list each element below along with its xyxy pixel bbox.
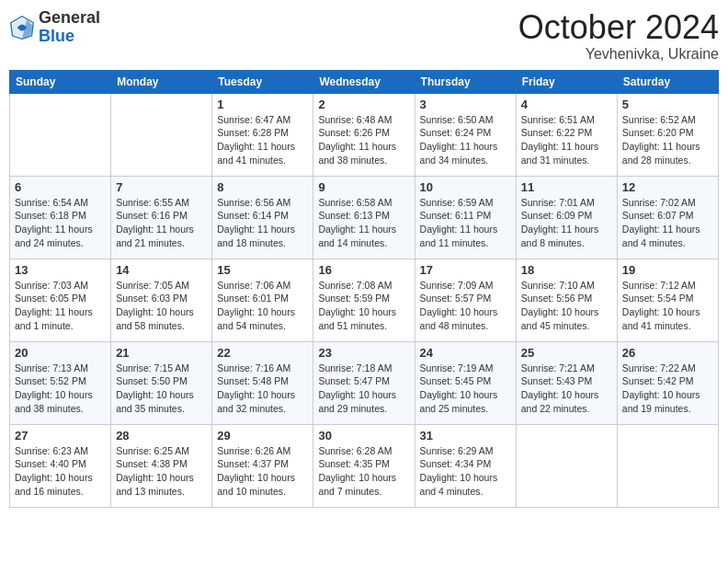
- calendar-week-5: 27Sunrise: 6:23 AM Sunset: 4:40 PM Dayli…: [10, 424, 719, 507]
- day-info: Sunrise: 7:12 AM Sunset: 5:54 PM Dayligh…: [622, 279, 713, 333]
- day-info: Sunrise: 6:50 AM Sunset: 6:24 PM Dayligh…: [420, 113, 511, 167]
- page-header: General Blue October 2024 Yevhenivka, Uk…: [9, 9, 719, 63]
- day-number: 16: [318, 263, 409, 277]
- day-info: Sunrise: 6:28 AM Sunset: 4:35 PM Dayligh…: [318, 444, 409, 499]
- calendar-cell: 5Sunrise: 6:52 AM Sunset: 6:20 PM Daylig…: [617, 93, 718, 176]
- day-number: 10: [420, 180, 511, 194]
- day-number: 6: [15, 180, 106, 194]
- calendar-cell: 14Sunrise: 7:05 AM Sunset: 6:03 PM Dayli…: [111, 259, 212, 341]
- calendar-cell: 26Sunrise: 7:22 AM Sunset: 5:42 PM Dayli…: [617, 341, 718, 424]
- calendar-cell: 28Sunrise: 6:25 AM Sunset: 4:38 PM Dayli…: [111, 424, 212, 507]
- weekday-header-monday: Monday: [111, 70, 212, 93]
- calendar-week-4: 20Sunrise: 7:13 AM Sunset: 5:52 PM Dayli…: [10, 341, 719, 424]
- day-info: Sunrise: 7:18 AM Sunset: 5:47 PM Dayligh…: [318, 362, 409, 416]
- calendar-cell: 20Sunrise: 7:13 AM Sunset: 5:52 PM Dayli…: [10, 341, 111, 424]
- calendar-cell: 25Sunrise: 7:21 AM Sunset: 5:43 PM Dayli…: [516, 341, 617, 424]
- day-number: 31: [420, 429, 511, 442]
- calendar-cell: 7Sunrise: 6:55 AM Sunset: 6:16 PM Daylig…: [111, 176, 212, 259]
- day-info: Sunrise: 7:21 AM Sunset: 5:43 PM Dayligh…: [521, 362, 612, 416]
- day-info: Sunrise: 7:15 AM Sunset: 5:50 PM Dayligh…: [116, 362, 207, 416]
- calendar-cell: 31Sunrise: 6:29 AM Sunset: 4:34 PM Dayli…: [415, 424, 516, 507]
- logo: General Blue: [9, 9, 100, 46]
- calendar-cell: 16Sunrise: 7:08 AM Sunset: 5:59 PM Dayli…: [313, 259, 415, 341]
- day-info: Sunrise: 6:54 AM Sunset: 6:18 PM Dayligh…: [15, 196, 106, 250]
- day-number: 25: [521, 346, 612, 360]
- day-number: 18: [521, 263, 612, 277]
- calendar-cell: 9Sunrise: 6:58 AM Sunset: 6:13 PM Daylig…: [313, 176, 415, 259]
- weekday-header-sunday: Sunday: [10, 70, 111, 93]
- calendar-cell: 29Sunrise: 6:26 AM Sunset: 4:37 PM Dayli…: [212, 424, 313, 507]
- day-info: Sunrise: 6:59 AM Sunset: 6:11 PM Dayligh…: [420, 196, 511, 250]
- day-info: Sunrise: 6:29 AM Sunset: 4:34 PM Dayligh…: [420, 444, 511, 499]
- day-number: 7: [116, 180, 207, 194]
- calendar-cell: 15Sunrise: 7:06 AM Sunset: 6:01 PM Dayli…: [212, 259, 313, 341]
- calendar-cell: 12Sunrise: 7:02 AM Sunset: 6:07 PM Dayli…: [617, 176, 718, 259]
- calendar-cell: 13Sunrise: 7:03 AM Sunset: 6:05 PM Dayli…: [10, 259, 111, 341]
- day-info: Sunrise: 6:26 AM Sunset: 4:37 PM Dayligh…: [217, 444, 308, 499]
- calendar-table: SundayMondayTuesdayWednesdayThursdayFrid…: [9, 70, 719, 508]
- day-info: Sunrise: 7:02 AM Sunset: 6:07 PM Dayligh…: [622, 196, 713, 250]
- weekday-header-thursday: Thursday: [415, 70, 516, 93]
- day-info: Sunrise: 6:55 AM Sunset: 6:16 PM Dayligh…: [116, 196, 207, 250]
- day-number: 19: [622, 263, 713, 277]
- day-info: Sunrise: 6:51 AM Sunset: 6:22 PM Dayligh…: [521, 113, 612, 167]
- calendar-cell: 1Sunrise: 6:47 AM Sunset: 6:28 PM Daylig…: [212, 93, 313, 176]
- day-info: Sunrise: 6:58 AM Sunset: 6:13 PM Dayligh…: [318, 196, 409, 250]
- day-info: Sunrise: 7:16 AM Sunset: 5:48 PM Dayligh…: [217, 362, 308, 416]
- calendar-week-3: 13Sunrise: 7:03 AM Sunset: 6:05 PM Dayli…: [10, 259, 719, 341]
- weekday-header-saturday: Saturday: [617, 70, 718, 93]
- day-number: 15: [217, 263, 308, 277]
- calendar-cell: 19Sunrise: 7:12 AM Sunset: 5:54 PM Dayli…: [617, 259, 718, 341]
- day-info: Sunrise: 6:48 AM Sunset: 6:26 PM Dayligh…: [318, 113, 409, 167]
- day-number: 29: [217, 429, 308, 442]
- logo-icon: [9, 15, 35, 40]
- calendar-cell: 10Sunrise: 6:59 AM Sunset: 6:11 PM Dayli…: [415, 176, 516, 259]
- day-info: Sunrise: 7:08 AM Sunset: 5:59 PM Dayligh…: [318, 279, 409, 333]
- day-info: Sunrise: 7:09 AM Sunset: 5:57 PM Dayligh…: [420, 279, 511, 333]
- calendar-cell: 22Sunrise: 7:16 AM Sunset: 5:48 PM Dayli…: [212, 341, 313, 424]
- calendar-week-1: 1Sunrise: 6:47 AM Sunset: 6:28 PM Daylig…: [10, 93, 719, 176]
- weekday-header-tuesday: Tuesday: [212, 70, 313, 93]
- day-number: 12: [622, 180, 713, 194]
- month-title: October 2024: [518, 9, 719, 46]
- day-number: 21: [116, 346, 207, 360]
- day-info: Sunrise: 7:06 AM Sunset: 6:01 PM Dayligh…: [217, 279, 308, 333]
- weekday-header-friday: Friday: [516, 70, 617, 93]
- day-info: Sunrise: 6:56 AM Sunset: 6:14 PM Dayligh…: [217, 196, 308, 250]
- calendar-cell: 27Sunrise: 6:23 AM Sunset: 4:40 PM Dayli…: [10, 424, 111, 507]
- calendar-cell: 24Sunrise: 7:19 AM Sunset: 5:45 PM Dayli…: [415, 341, 516, 424]
- day-number: 3: [420, 98, 511, 111]
- calendar-cell: [617, 424, 718, 507]
- day-number: 4: [521, 98, 612, 111]
- day-number: 30: [318, 429, 409, 442]
- day-info: Sunrise: 7:13 AM Sunset: 5:52 PM Dayligh…: [15, 362, 106, 416]
- title-block: October 2024 Yevhenivka, Ukraine: [518, 9, 719, 63]
- location-title: Yevhenivka, Ukraine: [518, 46, 719, 63]
- day-info: Sunrise: 7:22 AM Sunset: 5:42 PM Dayligh…: [622, 362, 713, 416]
- day-info: Sunrise: 6:52 AM Sunset: 6:20 PM Dayligh…: [622, 113, 713, 167]
- weekday-header-wednesday: Wednesday: [313, 70, 415, 93]
- calendar-cell: 2Sunrise: 6:48 AM Sunset: 6:26 PM Daylig…: [313, 93, 415, 176]
- calendar-cell: 4Sunrise: 6:51 AM Sunset: 6:22 PM Daylig…: [516, 93, 617, 176]
- day-number: 17: [420, 263, 511, 277]
- day-number: 23: [318, 346, 409, 360]
- logo-blue-text: Blue: [39, 27, 74, 45]
- calendar-cell: [516, 424, 617, 507]
- day-number: 27: [15, 429, 106, 442]
- calendar-cell: [10, 93, 111, 176]
- day-info: Sunrise: 7:05 AM Sunset: 6:03 PM Dayligh…: [116, 279, 207, 333]
- day-info: Sunrise: 7:10 AM Sunset: 5:56 PM Dayligh…: [521, 279, 612, 333]
- day-number: 5: [622, 98, 713, 111]
- calendar-cell: 8Sunrise: 6:56 AM Sunset: 6:14 PM Daylig…: [212, 176, 313, 259]
- calendar-week-2: 6Sunrise: 6:54 AM Sunset: 6:18 PM Daylig…: [10, 176, 719, 259]
- day-number: 11: [521, 180, 612, 194]
- calendar-cell: 21Sunrise: 7:15 AM Sunset: 5:50 PM Dayli…: [111, 341, 212, 424]
- day-info: Sunrise: 7:19 AM Sunset: 5:45 PM Dayligh…: [420, 362, 511, 416]
- day-info: Sunrise: 6:25 AM Sunset: 4:38 PM Dayligh…: [116, 444, 207, 499]
- weekday-header-row: SundayMondayTuesdayWednesdayThursdayFrid…: [10, 70, 719, 93]
- logo-general-text: General: [39, 8, 100, 27]
- day-number: 20: [15, 346, 106, 360]
- day-info: Sunrise: 7:03 AM Sunset: 6:05 PM Dayligh…: [15, 279, 106, 333]
- calendar-cell: 17Sunrise: 7:09 AM Sunset: 5:57 PM Dayli…: [415, 259, 516, 341]
- calendar-cell: 23Sunrise: 7:18 AM Sunset: 5:47 PM Dayli…: [313, 341, 415, 424]
